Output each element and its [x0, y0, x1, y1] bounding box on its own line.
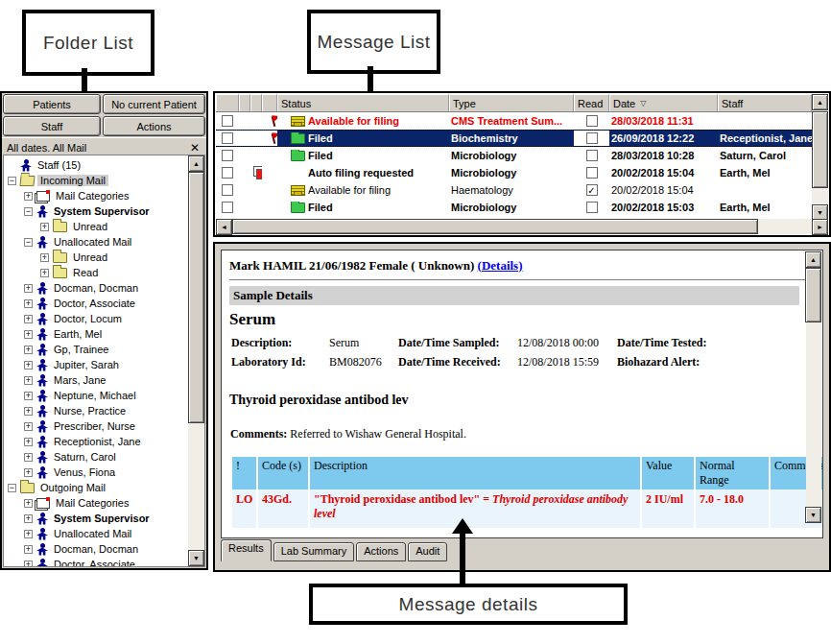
- read-checkbox-icon[interactable]: [586, 132, 598, 144]
- scroll-up-icon[interactable]: ▲: [188, 155, 204, 172]
- expand-plus-icon[interactable]: +: [24, 453, 33, 462]
- tree-item-staff-15[interactable]: Staff (15): [4, 157, 204, 173]
- tab-actions[interactable]: Actions: [103, 116, 205, 136]
- tab-results[interactable]: Results: [221, 539, 272, 561]
- checkbox-icon[interactable]: [222, 115, 233, 127]
- message-list-vscroll[interactable]: ▲ ▼: [812, 94, 828, 221]
- expand-plus-icon[interactable]: +: [24, 422, 33, 431]
- expand-plus-icon[interactable]: +: [24, 330, 33, 339]
- select-checkbox-cell[interactable]: [216, 131, 239, 146]
- tree-item-prescriber-nurse[interactable]: +Prescriber, Nurse: [4, 418, 204, 434]
- expand-plus-icon[interactable]: +: [24, 561, 33, 568]
- results-table-row[interactable]: LO43Gd."Thyroid peroxidase antibod lev" …: [232, 489, 823, 528]
- message-row[interactable]: Available for filingHaematology✓20/02/20…: [216, 181, 812, 199]
- tree-item-jupiter-sarah[interactable]: +Jupiter, Sarah: [4, 357, 204, 372]
- select-checkbox-cell[interactable]: [216, 112, 239, 130]
- message-list-hscroll[interactable]: ◄ ►: [216, 219, 828, 234]
- tree-item-earth-mel[interactable]: +Earth, Mel: [4, 326, 204, 342]
- scroll-up-icon[interactable]: ▲: [812, 94, 828, 110]
- details-vscroll-thumb[interactable]: [805, 268, 821, 322]
- expand-plus-icon[interactable]: +: [24, 376, 33, 385]
- tree-scrollbar-thumb[interactable]: [188, 172, 204, 423]
- scroll-up-icon[interactable]: ▲: [805, 251, 821, 268]
- scroll-down-icon[interactable]: ▼: [805, 507, 821, 523]
- select-checkbox-cell[interactable]: [216, 199, 239, 216]
- tree-item-unallocated-mail[interactable]: −Unallocated Mail: [4, 234, 204, 250]
- tree-item-receptionist-jane[interactable]: +Receptionist, Jane: [4, 434, 204, 449]
- collapse-minus-icon[interactable]: −: [24, 207, 33, 216]
- details-link[interactable]: (Details): [478, 258, 523, 273]
- expand-plus-icon[interactable]: +: [24, 530, 33, 538]
- tree-item-nurse-practice[interactable]: +Nurse, Practice: [4, 403, 204, 418]
- tree-item-mars-jane[interactable]: +Mars, Jane: [4, 372, 204, 388]
- expand-plus-icon[interactable]: +: [24, 545, 33, 554]
- tree-item-docman-docman[interactable]: +Docman, Docman: [4, 280, 204, 296]
- message-row[interactable]: Available for filingCMS Treatment Sum...…: [216, 112, 812, 130]
- tree-item-read[interactable]: +Read: [4, 265, 204, 280]
- expand-plus-icon[interactable]: +: [24, 499, 33, 508]
- tab-actions[interactable]: Actions: [356, 542, 406, 561]
- column-header-read[interactable]: Read: [574, 94, 609, 111]
- tree-item-doctor-associate[interactable]: +Doctor, Associate: [4, 296, 204, 311]
- expand-plus-icon[interactable]: +: [24, 284, 33, 293]
- tab-audit[interactable]: Audit: [408, 542, 447, 561]
- message-list-vscroll-thumb[interactable]: [812, 111, 828, 188]
- scroll-left-icon[interactable]: ◄: [216, 219, 232, 235]
- tree-item-gp-trainee[interactable]: +Gp, Trainee: [4, 342, 204, 357]
- checkbox-icon[interactable]: [222, 167, 233, 179]
- collapse-minus-icon[interactable]: −: [8, 484, 16, 492]
- column-header-date[interactable]: Date▽: [609, 94, 718, 111]
- checkbox-icon[interactable]: [222, 132, 233, 144]
- read-checkbox-icon[interactable]: [586, 150, 598, 161]
- read-checkbox-icon[interactable]: [586, 202, 598, 213]
- expand-plus-icon[interactable]: +: [24, 407, 33, 416]
- tree-item-system-supervisor[interactable]: −System Supervisor: [4, 203, 204, 219]
- tree-item-neptune-michael[interactable]: +Neptune, Michael: [4, 388, 204, 403]
- column-header-2[interactable]: [250, 94, 262, 111]
- details-vscroll[interactable]: ▲ ▼: [806, 251, 821, 523]
- tree-item-docman-docman[interactable]: +Docman, Docman: [4, 541, 204, 557]
- checkbox-icon[interactable]: [222, 184, 233, 196]
- tab-no-current-patient[interactable]: No current Patient: [103, 94, 205, 114]
- tree-item-venus-fiona[interactable]: +Venus, Fiona: [4, 465, 204, 480]
- tree-item-unread[interactable]: +Unread: [4, 250, 204, 265]
- select-checkbox-cell[interactable]: [216, 147, 239, 164]
- tab-staff[interactable]: Staff: [3, 116, 101, 136]
- expand-plus-icon[interactable]: +: [40, 269, 49, 277]
- scroll-down-icon[interactable]: ▼: [188, 550, 204, 566]
- checkbox-icon[interactable]: [222, 202, 233, 213]
- column-header-status[interactable]: Status: [277, 94, 449, 111]
- expand-plus-icon[interactable]: +: [40, 223, 49, 231]
- tree-item-doctor-locum[interactable]: +Doctor, Locum: [4, 311, 204, 326]
- message-row[interactable]: FiledMicrobiology28/03/2018 10:28Saturn,…: [216, 147, 812, 164]
- select-checkbox-cell[interactable]: [216, 164, 239, 181]
- message-row[interactable]: FiledMicrobiology20/02/2018 15:03Earth, …: [216, 199, 812, 216]
- column-header-0[interactable]: [216, 94, 239, 111]
- column-header-staff[interactable]: Staff: [718, 94, 812, 111]
- expand-plus-icon[interactable]: +: [24, 192, 33, 201]
- tree-item-system-supervisor[interactable]: +System Supervisor: [4, 511, 204, 526]
- message-row[interactable]: FiledBiochemistry26/09/2018 12:22Recepti…: [216, 130, 812, 147]
- expand-plus-icon[interactable]: +: [24, 346, 33, 354]
- collapse-minus-icon[interactable]: −: [8, 177, 16, 185]
- expand-plus-icon[interactable]: +: [24, 514, 33, 523]
- read-checkbox-icon[interactable]: ✓: [586, 184, 598, 196]
- expand-plus-icon[interactable]: +: [24, 299, 33, 308]
- tree-item-mail-categories[interactable]: +Mail Categories: [4, 495, 204, 511]
- expand-plus-icon[interactable]: +: [24, 315, 33, 323]
- tree-item-incoming-mail[interactable]: −Incoming Mail: [4, 173, 204, 188]
- tree-item-unallocated-mail[interactable]: +Unallocated Mail: [4, 526, 204, 541]
- expand-plus-icon[interactable]: +: [40, 253, 49, 262]
- expand-plus-icon[interactable]: +: [24, 392, 33, 400]
- tree-item-doctor-associate[interactable]: +Doctor, Associate: [4, 557, 204, 567]
- checkbox-icon[interactable]: [222, 150, 233, 161]
- read-checkbox-icon[interactable]: [586, 115, 598, 127]
- select-checkbox-cell[interactable]: [216, 181, 239, 199]
- column-header-3[interactable]: [262, 94, 277, 111]
- close-icon[interactable]: ✕: [188, 142, 202, 154]
- scroll-right-icon[interactable]: ►: [812, 219, 828, 235]
- message-row[interactable]: Auto filing requestedMicrobiology20/02/2…: [216, 164, 812, 181]
- message-list-header[interactable]: StatusTypeReadDate▽Staff: [216, 94, 812, 112]
- tree-item-mail-categories[interactable]: +Mail Categories: [4, 188, 204, 203]
- message-list-hscroll-thumb[interactable]: [232, 219, 758, 234]
